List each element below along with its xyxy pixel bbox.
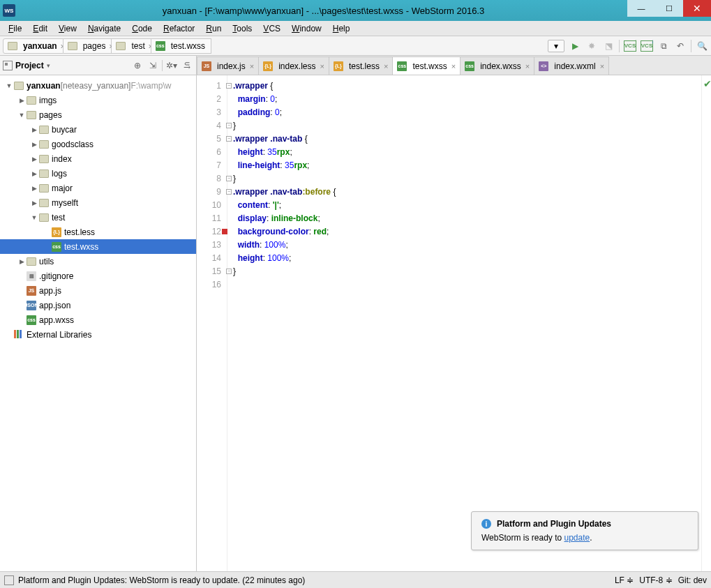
run-config-dropdown[interactable]: ▾ bbox=[548, 40, 564, 52]
menu-code[interactable]: Code bbox=[128, 22, 156, 35]
line-number[interactable]: 11 bbox=[197, 212, 221, 225]
tree-item[interactable]: ▶major bbox=[0, 181, 196, 195]
code-line[interactable]: −} bbox=[233, 119, 701, 133]
code-line[interactable]: height: 100%; bbox=[233, 252, 701, 265]
close-tab-icon[interactable]: × bbox=[451, 62, 456, 70]
menu-run[interactable]: Run bbox=[202, 22, 225, 35]
code-line[interactable]: background-color: red; bbox=[233, 225, 701, 239]
collapse-all-icon[interactable]: ⇲ bbox=[147, 59, 159, 72]
tree-root[interactable]: ▼yanxuan [neteasy_yanxuan] F:\wamp\w bbox=[0, 78, 196, 93]
editor-tab[interactable]: cssindex.wxss× bbox=[460, 56, 534, 75]
menu-vcs[interactable]: VCS bbox=[259, 22, 285, 35]
menu-refactor[interactable]: Refactor bbox=[159, 22, 199, 35]
menu-help[interactable]: Help bbox=[329, 22, 354, 35]
tree-item[interactable]: ▶goodsclass bbox=[0, 137, 196, 151]
line-number[interactable]: 6 bbox=[197, 146, 221, 159]
line-number[interactable]: 1 bbox=[197, 80, 221, 93]
code-line[interactable]: display: inline-block; bbox=[233, 212, 701, 225]
project-tree[interactable]: ▼yanxuan [neteasy_yanxuan] F:\wamp\w▶img… bbox=[0, 75, 196, 582]
update-notification[interactable]: i Platform and Plugin Updates WebStorm i… bbox=[471, 511, 698, 550]
fold-end-icon[interactable]: − bbox=[226, 269, 232, 274]
line-separator[interactable]: LF ≑ bbox=[615, 575, 634, 585]
menu-view[interactable]: View bbox=[54, 22, 81, 35]
maximize-button[interactable]: ☐ bbox=[655, 0, 683, 17]
line-number[interactable]: 3 bbox=[197, 106, 221, 119]
line-number[interactable]: 10 bbox=[197, 199, 221, 212]
menu-window[interactable]: Window bbox=[287, 22, 326, 35]
fold-icon[interactable]: − bbox=[226, 189, 232, 195]
run-icon[interactable]: ▶ bbox=[569, 40, 581, 52]
tree-item[interactable]: JSapp.js bbox=[0, 283, 196, 298]
debug-icon[interactable]: ✸ bbox=[585, 40, 598, 52]
tree-item[interactable]: ▶logs bbox=[0, 166, 196, 181]
tree-item[interactable]: ▼pages bbox=[0, 107, 196, 122]
tree-item[interactable]: ▶myselft bbox=[0, 195, 196, 210]
code-line[interactable]: line-height: 35rpx; bbox=[233, 159, 701, 172]
code-line[interactable]: −} bbox=[233, 265, 701, 278]
line-number[interactable]: 9 bbox=[197, 186, 221, 199]
fold-icon[interactable]: − bbox=[226, 136, 232, 142]
minimize-button[interactable]: — bbox=[627, 0, 655, 17]
breadcrumb[interactable]: yanxuanpagestestcsstest.wxss bbox=[3, 38, 211, 54]
history-icon[interactable]: ⧉ bbox=[657, 40, 670, 52]
tree-item[interactable]: JSONapp.json bbox=[0, 298, 196, 312]
close-tab-icon[interactable]: × bbox=[320, 62, 324, 70]
line-number[interactable]: 15 bbox=[197, 265, 221, 278]
breadcrumb-segment[interactable]: yanxuan bbox=[3, 38, 63, 54]
code-line[interactable] bbox=[233, 278, 701, 292]
tree-item[interactable]: csstest.wxss bbox=[0, 239, 196, 254]
close-tab-icon[interactable]: × bbox=[384, 62, 388, 70]
menu-file[interactable]: File bbox=[4, 22, 26, 35]
external-libraries[interactable]: External Libraries bbox=[0, 327, 196, 342]
inspection-gutter[interactable]: ✔ bbox=[701, 75, 711, 582]
update-link[interactable]: update bbox=[564, 533, 590, 543]
tree-item[interactable]: ▶buycar bbox=[0, 122, 196, 137]
code-editor[interactable]: 12345678910111213141516 −.wrapper { marg… bbox=[197, 75, 711, 582]
editor-tab[interactable]: csstest.wxss× bbox=[392, 56, 461, 75]
search-icon[interactable]: 🔍 bbox=[696, 40, 708, 52]
git-branch[interactable]: Git: dev bbox=[678, 575, 707, 585]
revert-icon[interactable]: ↶ bbox=[674, 40, 687, 52]
breadcrumb-segment[interactable]: pages bbox=[63, 38, 112, 54]
code-line[interactable]: −.wrapper .nav-tab { bbox=[233, 133, 701, 146]
close-button[interactable]: ✕ bbox=[683, 0, 711, 17]
hide-panel-icon[interactable]: ⥹ bbox=[181, 59, 193, 72]
menu-tools[interactable]: Tools bbox=[228, 22, 256, 35]
project-panel-title[interactable]: Project bbox=[15, 61, 44, 70]
line-gutter[interactable]: 12345678910111213141516 bbox=[197, 75, 227, 582]
vcs-commit-icon[interactable]: VCS bbox=[641, 40, 653, 52]
line-number[interactable]: 5 bbox=[197, 133, 221, 146]
line-number[interactable]: 13 bbox=[197, 239, 221, 252]
tool-window-toggle-icon[interactable] bbox=[4, 575, 14, 585]
line-number[interactable]: 8 bbox=[197, 172, 221, 186]
code-line[interactable]: −} bbox=[233, 172, 701, 186]
breadcrumb-segment[interactable]: csstest.wxss bbox=[151, 38, 211, 54]
scroll-from-source-icon[interactable]: ⊕ bbox=[131, 59, 144, 72]
editor-tab[interactable]: JSindex.js× bbox=[197, 56, 259, 75]
tree-item[interactable]: ▶imgs bbox=[0, 93, 196, 107]
line-number[interactable]: 2 bbox=[197, 93, 221, 106]
editor-tab[interactable]: <>index.wxml× bbox=[534, 56, 609, 75]
line-number[interactable]: 14 bbox=[197, 252, 221, 265]
tree-item[interactable]: ▤.gitignore bbox=[0, 269, 196, 283]
tree-item[interactable]: ▶index bbox=[0, 151, 196, 166]
editor-tab[interactable]: {L}test.less× bbox=[329, 56, 393, 75]
tree-item[interactable]: ▼test bbox=[0, 210, 196, 225]
code-line[interactable]: width: 100%; bbox=[233, 239, 701, 252]
tree-item[interactable]: ▶utils bbox=[0, 254, 196, 269]
line-number[interactable]: 12 bbox=[197, 225, 221, 239]
coverage-icon[interactable]: ⬔ bbox=[602, 40, 615, 52]
code-line[interactable]: margin: 0; bbox=[233, 93, 701, 106]
code-line[interactable]: padding: 0; bbox=[233, 106, 701, 119]
file-encoding[interactable]: UTF-8 ≑ bbox=[639, 575, 672, 585]
breadcrumb-segment[interactable]: test bbox=[112, 38, 151, 54]
gear-icon[interactable]: ✲▾ bbox=[165, 59, 178, 72]
editor-tab[interactable]: {L}index.less× bbox=[258, 56, 329, 75]
vcs-update-icon[interactable]: VCS bbox=[624, 40, 636, 52]
fold-end-icon[interactable]: − bbox=[226, 176, 232, 181]
code-line[interactable]: −.wrapper { bbox=[233, 80, 701, 93]
code-line[interactable]: content: '|'; bbox=[233, 199, 701, 212]
close-tab-icon[interactable]: × bbox=[600, 62, 604, 70]
code-line[interactable]: −.wrapper .nav-tab:before { bbox=[233, 186, 701, 199]
line-number[interactable]: 16 bbox=[197, 278, 221, 292]
